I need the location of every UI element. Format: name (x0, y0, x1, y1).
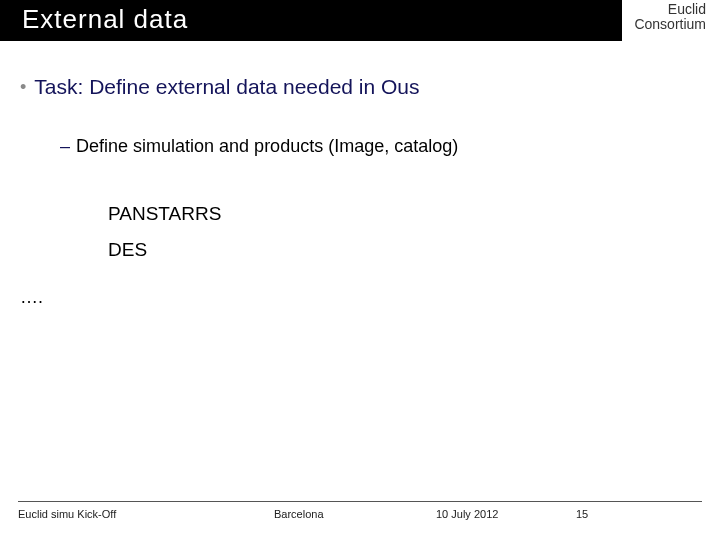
slide-title-bar: External data (0, 0, 622, 41)
sub-bullet-text: Define simulation and products (Image, c… (76, 136, 458, 157)
slide-title: External data (22, 4, 188, 34)
brand-label: Euclid Consortium (634, 2, 706, 33)
main-bullet-text: Task: Define external data needed in Ous (34, 75, 419, 99)
footer-title: Euclid simu Kick-Off (18, 508, 274, 520)
footer-page: 15 (576, 508, 616, 520)
slide-body: • Task: Define external data needed in O… (0, 41, 720, 308)
sub-bullet: – Define simulation and products (Image,… (60, 136, 720, 157)
brand-line1: Euclid (634, 2, 706, 17)
footer-date: 10 July 2012 (436, 508, 576, 520)
ellipsis-text: …. (20, 287, 720, 308)
footer-place: Barcelona (274, 508, 436, 520)
brand-line2: Consortium (634, 17, 706, 32)
slide-footer: Euclid simu Kick-Off Barcelona 10 July 2… (18, 501, 702, 520)
list-item: PANSTARRS (108, 203, 720, 225)
dash-icon: – (60, 136, 70, 157)
main-bullet: • Task: Define external data needed in O… (20, 75, 720, 100)
list-item: DES (108, 239, 720, 261)
bullet-icon: • (20, 75, 26, 100)
